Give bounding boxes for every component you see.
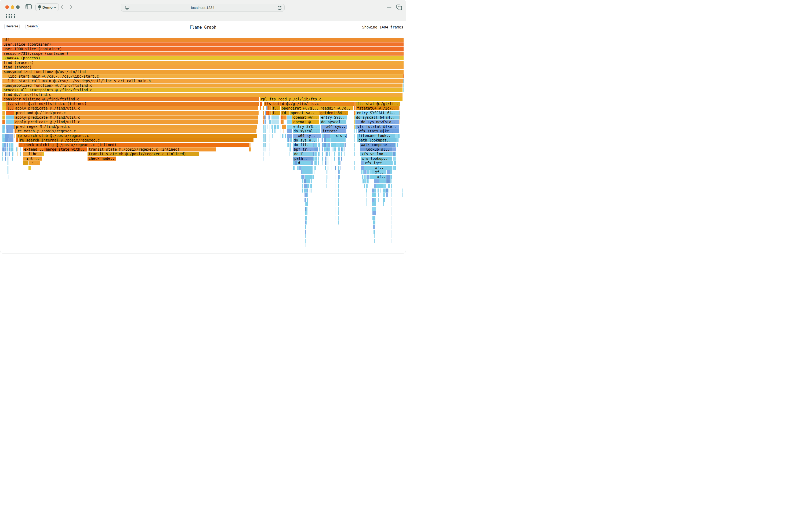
flame-frame[interactable] (333, 148, 334, 152)
flame-frame[interactable] (287, 129, 292, 133)
flame-frame[interactable]: vfs_fstatat @[ke.. (356, 125, 399, 129)
flame-frame[interactable] (329, 152, 330, 156)
flame-frame[interactable] (2, 148, 5, 152)
flame-frame[interactable] (395, 166, 396, 170)
flame-frame[interactable] (383, 188, 386, 192)
flame-frame[interactable] (326, 138, 331, 142)
flame-frame[interactable]: transit_state @./posix/regexec.c (inline… (88, 148, 216, 152)
flame-frame[interactable] (327, 179, 327, 183)
flame-frame[interactable] (311, 179, 312, 183)
flame-frame[interactable]: xf.. (374, 166, 392, 170)
flame-frame[interactable] (329, 157, 329, 161)
flame-frame[interactable] (326, 143, 329, 147)
flame-frame[interactable] (398, 157, 398, 161)
flame-frame[interactable] (270, 129, 270, 133)
flame-frame[interactable] (269, 106, 271, 110)
flame-frame[interactable]: apply_predicate @./find/util.c (14, 115, 258, 119)
flame-frame[interactable] (364, 179, 366, 183)
forward-button-icon[interactable] (69, 5, 72, 9)
flame-frame[interactable] (314, 152, 316, 156)
flame-frame[interactable] (2, 143, 4, 147)
flame-frame[interactable]: f.. (272, 106, 280, 110)
flame-frame[interactable] (387, 170, 390, 174)
flame-frame[interactable] (354, 129, 355, 133)
flame-frame[interactable] (2, 157, 3, 161)
flame-frame[interactable] (345, 148, 345, 152)
flame-frame[interactable] (364, 166, 373, 170)
flame-frame[interactable]: vfs_statx @[ke.. (358, 129, 399, 133)
flame-frame[interactable] (272, 120, 279, 124)
flame-frame[interactable] (336, 143, 340, 147)
flame-frame[interactable] (270, 125, 270, 129)
flame-frame[interactable] (374, 234, 374, 238)
flame-frame[interactable] (304, 198, 306, 202)
flame-frame[interactable] (264, 157, 264, 161)
flame-frame[interactable] (306, 216, 307, 220)
flame-frame[interactable] (266, 138, 267, 142)
flame-frame[interactable] (372, 193, 376, 197)
flame-frame[interactable] (392, 188, 392, 192)
flame-frame[interactable] (265, 129, 266, 133)
flame-frame[interactable]: __x64_sy.. (293, 134, 320, 138)
flame-frame[interactable] (338, 184, 339, 188)
flame-frame[interactable] (265, 125, 266, 129)
flame-frame[interactable] (287, 143, 288, 147)
flame-frame[interactable] (305, 193, 307, 197)
sidebar-toggle-icon[interactable] (25, 4, 32, 9)
flame-frame[interactable] (305, 207, 306, 211)
flame-frame[interactable] (389, 216, 389, 220)
flame-frame[interactable] (366, 193, 367, 197)
flame-frame[interactable] (332, 166, 332, 170)
flame-frame[interactable]: check_node.. (88, 157, 116, 161)
flame-frame[interactable] (403, 74, 404, 78)
flame-frame[interactable] (2, 125, 5, 129)
flame-frame[interactable] (365, 175, 366, 179)
flame-frame[interactable] (313, 170, 314, 174)
flame-frame[interactable] (338, 175, 339, 179)
flame-frame[interactable] (338, 216, 339, 220)
flame-frame[interactable]: openat @/.. (292, 115, 319, 119)
flame-frame[interactable] (387, 179, 390, 183)
flame-frame[interactable]: find (process) (2, 61, 404, 65)
flame-frame[interactable] (306, 207, 307, 211)
flame-frame[interactable] (376, 184, 383, 188)
flame-frame[interactable] (373, 220, 375, 225)
flame-frame[interactable] (288, 143, 289, 147)
flame-frame[interactable]: opendirat @./gl.. (281, 106, 319, 110)
flame-frame[interactable] (366, 184, 367, 188)
flame-frame[interactable] (354, 106, 355, 110)
flame-frame[interactable] (338, 166, 339, 170)
flame-frame[interactable] (293, 166, 295, 170)
flame-frame[interactable] (307, 188, 308, 192)
flame-frame[interactable] (285, 134, 286, 138)
flame-frame[interactable] (3, 134, 5, 138)
flame-frame[interactable]: rpl_fts_read @./gl/lib/fts.c (259, 97, 403, 101)
flame-frame[interactable] (329, 170, 329, 174)
flame-frame[interactable] (301, 170, 302, 174)
flame-frame[interactable] (389, 207, 389, 211)
flame-frame[interactable] (19, 143, 22, 147)
flame-frame[interactable] (386, 193, 388, 197)
flame-frame[interactable] (15, 148, 15, 152)
flame-frame[interactable]: find (thread) (2, 65, 404, 69)
flame-frame[interactable]: entry_SYSCALL_64.. (356, 111, 399, 115)
flame-frame[interactable] (295, 161, 297, 165)
flame-frame[interactable] (366, 179, 368, 183)
flame-frame[interactable] (303, 179, 303, 183)
flame-frame[interactable] (319, 143, 320, 147)
flame-frame[interactable] (7, 170, 8, 174)
flame-frame[interactable]: __x64_sys.. (321, 125, 347, 129)
flame-frame[interactable] (329, 184, 329, 188)
flame-frame[interactable] (380, 179, 386, 183)
flame-frame[interactable] (320, 134, 322, 138)
flame-frame[interactable] (322, 161, 323, 165)
flame-frame[interactable]: pred_regex @./find/pred.c (15, 125, 257, 129)
flame-frame[interactable] (7, 161, 8, 165)
flame-frame[interactable] (327, 184, 327, 188)
flame-frame[interactable] (15, 152, 15, 156)
flame-frame[interactable] (338, 170, 339, 174)
flame-frame[interactable] (368, 179, 369, 183)
flame-frame[interactable] (327, 170, 327, 174)
flame-frame[interactable] (369, 175, 371, 179)
flame-frame[interactable]: user.slice (container) (2, 43, 404, 47)
